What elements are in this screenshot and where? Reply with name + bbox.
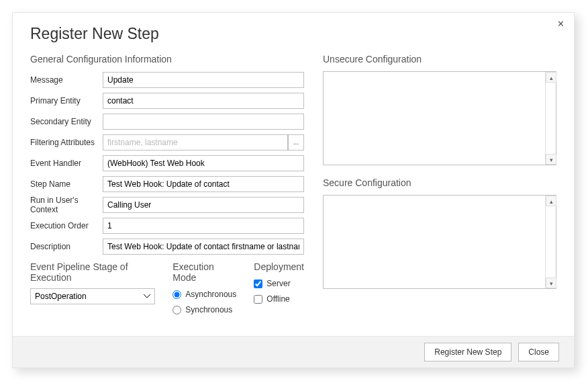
step-name-input[interactable] <box>103 176 304 192</box>
general-section-title: General Configuration Information <box>30 54 304 65</box>
description-input[interactable] <box>103 239 304 255</box>
server-label: Server <box>266 279 290 288</box>
scroll-up-icon[interactable]: ▴ <box>546 72 556 83</box>
scroll-down-icon[interactable]: ▾ <box>546 154 556 165</box>
asynchronous-label: Asynchronous <box>185 290 236 299</box>
offline-checkbox[interactable] <box>254 295 262 304</box>
synchronous-label: Synchronous <box>185 305 232 314</box>
scroll-down-icon[interactable]: ▾ <box>546 277 556 288</box>
register-new-step-button[interactable]: Register New Step <box>424 343 511 361</box>
close-button[interactable]: Close <box>518 343 559 361</box>
event-handler-label: Event Handler <box>30 159 103 168</box>
secure-config-textarea[interactable]: ▴ ▾ <box>323 195 556 289</box>
asynchronous-radio[interactable] <box>173 290 181 299</box>
deployment-title: Deployment <box>254 261 304 272</box>
description-label: Description <box>30 242 103 251</box>
primary-entity-input[interactable] <box>103 93 304 109</box>
filtering-attributes-picker-button[interactable]: ... <box>288 134 304 151</box>
dialog-footer: Register New Step Close <box>13 336 574 368</box>
secondary-entity-label: Secondary Entity <box>30 117 103 126</box>
pipeline-stage-select[interactable]: PostOperation <box>30 288 155 304</box>
server-checkbox[interactable] <box>254 280 262 288</box>
left-column: General Configuration Information Messag… <box>30 54 304 336</box>
message-input[interactable] <box>103 72 304 88</box>
message-label: Message <box>30 75 103 85</box>
right-column: Unsecure Configuration ▴ ▾ Secure Config… <box>323 54 556 336</box>
event-handler-select[interactable]: (WebHook) Test Web Hook <box>103 155 304 171</box>
register-step-dialog: ✕ Register New Step General Configuratio… <box>12 12 575 368</box>
primary-entity-label: Primary Entity <box>30 96 103 105</box>
pipeline-section-title: Event Pipeline Stage of Execution <box>30 261 155 283</box>
execution-order-input[interactable] <box>103 218 304 234</box>
unsecure-config-title: Unsecure Configuration <box>323 54 556 65</box>
execution-mode-title: Execution Mode <box>173 261 236 283</box>
filtering-attributes-label: Filtering Attributes <box>30 138 103 147</box>
offline-label: Offline <box>266 294 289 304</box>
unsecure-config-textarea[interactable]: ▴ ▾ <box>323 71 556 165</box>
close-icon[interactable]: ✕ <box>557 19 565 28</box>
scroll-up-icon[interactable]: ▴ <box>546 196 556 206</box>
synchronous-radio[interactable] <box>173 306 181 314</box>
dialog-title: Register New Step <box>30 25 556 43</box>
secondary-entity-input[interactable] <box>103 114 304 130</box>
secure-config-title: Secure Configuration <box>323 177 556 188</box>
step-name-label: Step Name <box>30 179 103 189</box>
filtering-attributes-input[interactable] <box>103 134 288 151</box>
run-context-select[interactable]: Calling User <box>103 197 304 213</box>
execution-order-label: Execution Order <box>30 221 103 230</box>
run-context-label: Run in User's Context <box>30 196 103 214</box>
